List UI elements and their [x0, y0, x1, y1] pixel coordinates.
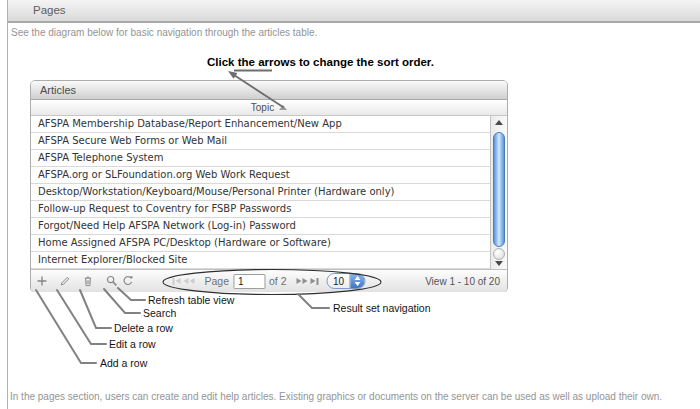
articles-grid: Articles Topic AFSPA Membership Database… [30, 80, 508, 292]
table-row[interactable]: Forgot/Need Help AFSPA Network (Log-in) … [31, 218, 490, 235]
callout-line-delete [80, 290, 111, 328]
page-title: Pages [8, 0, 700, 21]
grid-title-label: Articles [40, 84, 76, 96]
last-page-button[interactable] [311, 278, 319, 285]
add-row-button[interactable] [36, 275, 48, 287]
sort-order-annotation: Click the arrows to change the sort orde… [207, 56, 434, 68]
delete-row-button[interactable] [82, 275, 94, 287]
page-label: Page [204, 275, 229, 287]
grid-rows: AFSPA Membership Database/Report Enhance… [31, 116, 490, 269]
callout-search-label: Search [143, 307, 176, 319]
table-row[interactable]: Desktop/Workstation/Keyboard/Mouse/Perso… [31, 184, 490, 201]
pager: Page of 2 10 [172, 270, 365, 292]
refresh-icon [122, 275, 134, 287]
table-row[interactable]: Home Assigned AFSPA PC/Desktop (Hardware… [31, 235, 490, 252]
scrollbar-thumb[interactable] [493, 132, 505, 247]
table-row[interactable]: AFSPA Telephone System [31, 150, 490, 167]
grid-footer: Page of 2 10 View 1 - 10 of 20 [31, 269, 507, 292]
grid-toolbar [36, 270, 134, 292]
sort-up-arrow-icon[interactable] [279, 105, 287, 110]
bottom-note-text: In the pages section, users can create a… [10, 391, 696, 402]
sort-arrow-head-icon [228, 71, 237, 79]
prev-page-button[interactable] [183, 278, 194, 284]
page-number-input[interactable] [233, 274, 265, 289]
topic-column-header[interactable]: Topic [31, 100, 507, 116]
panel-left-border [7, 0, 8, 409]
stepper-icon[interactable] [350, 274, 365, 288]
scroll-up-arrow-icon[interactable] [495, 120, 503, 125]
table-row[interactable]: Follow-up Request to Coventry for FSBP P… [31, 201, 490, 218]
table-row[interactable]: AFSPA Membership Database/Report Enhance… [31, 116, 490, 133]
search-button[interactable] [106, 275, 118, 287]
plus-icon [36, 275, 48, 287]
table-row[interactable]: AFSPA Secure Web Forms or Web Mail [31, 133, 490, 150]
callout-refresh-label: Refresh table view [148, 294, 234, 306]
scrollbar-gel-button [493, 248, 505, 260]
callout-line-add [36, 290, 96, 363]
callout-line-edit [57, 290, 106, 344]
page-size-select[interactable]: 10 [327, 273, 366, 289]
intro-text: See the diagram below for basic navigati… [11, 27, 317, 38]
next-page-button[interactable] [297, 278, 308, 284]
pencil-icon [59, 275, 71, 287]
magnifier-icon [106, 275, 118, 287]
callout-line-result-nav [298, 294, 329, 308]
callout-delete-label: Delete a row [114, 322, 173, 334]
grid-titlebar: Articles [31, 81, 507, 100]
edit-row-button[interactable] [59, 275, 71, 287]
scroll-down-arrow-icon[interactable] [495, 261, 503, 266]
page-header: Pages [8, 0, 700, 23]
table-row[interactable]: AFSPA.org or SLFoundation.org Web Work R… [31, 167, 490, 184]
view-status: View 1 - 10 of 20 [425, 270, 500, 292]
table-row[interactable]: Internet Explorer/Blocked Site [31, 252, 490, 269]
page-of-label: of 2 [269, 275, 287, 287]
callout-result-nav-label: Result set navigation [333, 302, 430, 314]
callout-add-label: Add a row [100, 357, 147, 369]
callout-line-search [104, 289, 140, 313]
page-size-value: 10 [328, 276, 350, 287]
trash-icon [82, 275, 94, 287]
topic-column-label: Topic [251, 102, 274, 113]
first-page-button[interactable] [172, 278, 180, 285]
grid-body: AFSPA Membership Database/Report Enhance… [31, 116, 507, 269]
screen: Pages See the diagram below for basic na… [0, 0, 700, 409]
refresh-button[interactable] [122, 275, 134, 287]
vertical-scrollbar[interactable] [490, 116, 507, 269]
callout-edit-label: Edit a row [109, 338, 156, 350]
